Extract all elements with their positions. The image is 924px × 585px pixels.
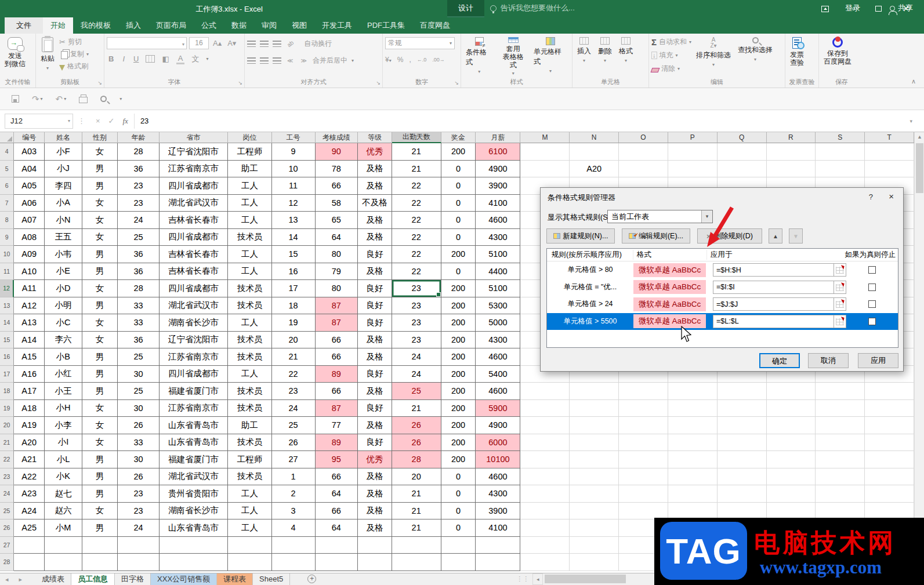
- cell[interactable]: [816, 417, 865, 434]
- select-all-corner[interactable]: [0, 132, 14, 143]
- cell[interactable]: 78: [316, 161, 358, 178]
- cell[interactable]: [160, 537, 229, 554]
- align-right-icon[interactable]: [273, 57, 281, 64]
- wrap-text-button[interactable]: 自动换行: [304, 39, 332, 49]
- column-header[interactable]: 省市: [160, 132, 229, 143]
- cell[interactable]: 及格: [358, 519, 392, 537]
- cell[interactable]: 赵六: [45, 503, 82, 520]
- cell[interactable]: 21: [272, 348, 316, 366]
- row-header[interactable]: 17: [0, 366, 14, 383]
- cell[interactable]: [668, 400, 718, 417]
- confirm-entry-icon[interactable]: ✓: [108, 117, 115, 125]
- cell[interactable]: [619, 451, 668, 468]
- increase-decimal-icon[interactable]: ←.0: [417, 57, 427, 63]
- sign-in-button[interactable]: 登录: [845, 0, 860, 16]
- cell[interactable]: 66: [316, 468, 358, 486]
- cell[interactable]: [570, 400, 619, 417]
- cell[interactable]: 64: [316, 485, 358, 503]
- cell[interactable]: 0: [441, 177, 476, 195]
- tab-scrollbar-splitter[interactable]: ⋮⋮: [516, 573, 529, 585]
- row-header[interactable]: 19: [0, 400, 14, 417]
- cell[interactable]: [272, 537, 316, 554]
- name-box-dropdown-icon[interactable]: ▾: [68, 118, 70, 123]
- cell[interactable]: 技术员: [228, 280, 271, 297]
- format-painter-button[interactable]: 格式刷: [59, 60, 89, 72]
- cell[interactable]: [865, 485, 914, 503]
- cell[interactable]: 小K: [45, 468, 82, 486]
- cell[interactable]: 女: [82, 332, 118, 349]
- cell[interactable]: 女: [82, 503, 118, 520]
- cell[interactable]: A09: [14, 246, 45, 263]
- cell[interactable]: [718, 451, 767, 468]
- cell[interactable]: [865, 161, 914, 178]
- sheet-tab[interactable]: 员工信息: [71, 573, 115, 585]
- send-to-wechat-button[interactable]: 发送到微信: [2, 36, 28, 77]
- italic-button[interactable]: I: [121, 54, 126, 63]
- cell[interactable]: 男: [82, 177, 118, 195]
- cell[interactable]: 4900: [476, 161, 520, 178]
- cell[interactable]: [570, 485, 619, 503]
- cell[interactable]: 66: [316, 383, 358, 400]
- cell[interactable]: A10: [14, 263, 45, 281]
- formula-input[interactable]: 23: [135, 117, 910, 125]
- cell[interactable]: [718, 400, 767, 417]
- cell[interactable]: 64: [316, 519, 358, 537]
- cell[interactable]: [668, 417, 718, 434]
- cell[interactable]: [767, 451, 816, 468]
- cell[interactable]: 18: [272, 297, 316, 315]
- cell[interactable]: 80: [316, 280, 358, 297]
- cell[interactable]: 福建省厦门市: [160, 451, 229, 468]
- cell[interactable]: 良好: [358, 297, 392, 315]
- dialog-close-button[interactable]: ×: [889, 191, 894, 201]
- cell[interactable]: 吉林省长春市: [160, 263, 229, 281]
- cell[interactable]: [118, 554, 159, 571]
- row-header[interactable]: 7: [0, 195, 14, 212]
- row-header[interactable]: 12: [0, 280, 14, 297]
- cell[interactable]: A21: [14, 451, 45, 468]
- delete-cells-button[interactable]: 删除▾: [596, 36, 614, 77]
- cell[interactable]: 22: [392, 212, 441, 229]
- column-header[interactable]: Q: [718, 132, 767, 143]
- cell[interactable]: 小N: [45, 212, 82, 229]
- cell[interactable]: [767, 161, 816, 178]
- cell[interactable]: [619, 161, 668, 178]
- cell[interactable]: [520, 434, 570, 452]
- hscroll-left-icon[interactable]: ◂: [532, 573, 543, 585]
- cell[interactable]: 23: [392, 332, 441, 349]
- ribbon-tab[interactable]: 我的模板: [73, 17, 118, 34]
- cell[interactable]: 21: [392, 503, 441, 520]
- cell[interactable]: 男: [82, 366, 118, 383]
- cell[interactable]: 及格: [358, 383, 392, 400]
- cell[interactable]: 25: [392, 383, 441, 400]
- cell[interactable]: 200: [441, 383, 476, 400]
- stop-if-true-checkbox[interactable]: [868, 266, 876, 274]
- active-cell[interactable]: 23: [392, 280, 441, 297]
- cell[interactable]: 技术员: [228, 332, 271, 349]
- cell[interactable]: 19: [272, 314, 316, 332]
- cell[interactable]: 10100: [476, 451, 520, 468]
- rule-applies-field[interactable]: =$H:$H: [713, 263, 846, 277]
- move-rule-down-button[interactable]: ▼: [789, 228, 803, 244]
- cell[interactable]: 21: [392, 161, 441, 178]
- row-header[interactable]: 13: [0, 297, 14, 315]
- range-selector-icon[interactable]: [834, 281, 846, 293]
- cell[interactable]: 李四: [45, 177, 82, 195]
- align-left-icon[interactable]: [247, 57, 256, 64]
- save-to-baidu-button[interactable]: 保存到百度网盘: [821, 36, 854, 77]
- ribbon-tab[interactable]: 插入: [118, 17, 148, 34]
- cell[interactable]: [441, 554, 476, 571]
- decrease-indent-icon[interactable]: ≪: [285, 57, 295, 64]
- cell[interactable]: 四川省成都市: [160, 280, 229, 297]
- print-preview-button[interactable]: [100, 96, 107, 102]
- cell[interactable]: A11: [14, 280, 45, 297]
- accounting-format-icon[interactable]: ¥▾: [385, 56, 392, 64]
- cell[interactable]: [520, 519, 570, 537]
- sheet-tab[interactable]: 课程表: [217, 573, 253, 585]
- cell[interactable]: [619, 383, 668, 400]
- dialog-launcher-icon[interactable]: ↘: [454, 80, 459, 86]
- cell[interactable]: 22: [392, 263, 441, 281]
- comma-style-icon[interactable]: ,: [409, 56, 411, 64]
- cell[interactable]: [520, 503, 570, 520]
- rule-row[interactable]: 单元格值 > 5500微软卓越 AaBbCc=$L:$L: [547, 313, 898, 330]
- cell[interactable]: 女: [82, 212, 118, 229]
